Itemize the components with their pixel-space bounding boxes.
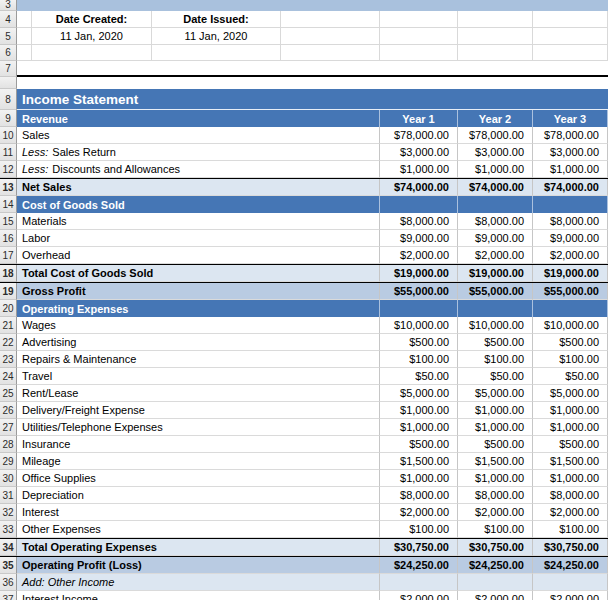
- cell-d4[interactable]: [281, 11, 380, 28]
- section-header-cell[interactable]: Revenue: [17, 110, 380, 127]
- year-column-header[interactable]: Year 2: [458, 110, 533, 127]
- cell-g5[interactable]: [533, 28, 608, 45]
- value-cell[interactable]: $1,500.00: [458, 453, 533, 470]
- value-cell[interactable]: $9,000.00: [533, 230, 608, 247]
- value-cell[interactable]: $2,000.00: [380, 504, 458, 521]
- value-cell[interactable]: $50.00: [380, 368, 458, 385]
- label-cell[interactable]: Delivery/Freight Expense: [17, 402, 380, 419]
- value-cell[interactable]: $1,000.00: [458, 402, 533, 419]
- cell-a6[interactable]: [17, 45, 32, 61]
- row-header-24[interactable]: 24: [0, 368, 17, 385]
- value-cell[interactable]: $19,000.00: [458, 265, 533, 282]
- label-cell[interactable]: Less:Discounts and Allowances: [17, 161, 380, 178]
- value-cell[interactable]: $2,000.00: [380, 591, 458, 600]
- value-cell[interactable]: $19,000.00: [380, 265, 458, 282]
- value-cell[interactable]: $30,750.00: [533, 539, 608, 556]
- value-cell[interactable]: [533, 300, 608, 317]
- value-cell[interactable]: [380, 574, 458, 591]
- cell-g4[interactable]: [533, 11, 608, 28]
- row-header-7[interactable]: 7: [0, 61, 17, 77]
- value-cell[interactable]: $1,000.00: [458, 161, 533, 178]
- cell-b6[interactable]: [32, 45, 152, 61]
- value-cell[interactable]: $1,000.00: [533, 419, 608, 436]
- label-cell[interactable]: Repairs & Maintenance: [17, 351, 380, 368]
- value-cell[interactable]: $24,250.00: [533, 557, 608, 574]
- label-cell[interactable]: Interest: [17, 504, 380, 521]
- cell-f5[interactable]: [458, 28, 533, 45]
- label-cell[interactable]: Interest Income: [17, 591, 380, 600]
- label-cell[interactable]: Sales: [17, 127, 380, 144]
- row-header-11[interactable]: 11: [0, 144, 17, 161]
- row-header-16[interactable]: 16: [0, 230, 17, 247]
- row-header-6[interactable]: 6: [0, 45, 17, 61]
- value-cell[interactable]: $2,000.00: [380, 247, 458, 264]
- value-cell[interactable]: $100.00: [533, 351, 608, 368]
- label-cell[interactable]: Depreciation: [17, 487, 380, 504]
- label-cell[interactable]: Wages: [17, 317, 380, 334]
- cell-f4[interactable]: [458, 11, 533, 28]
- value-cell[interactable]: $78,000.00: [533, 127, 608, 144]
- value-cell[interactable]: $500.00: [380, 334, 458, 351]
- value-cell[interactable]: $74,000.00: [533, 179, 608, 196]
- value-cell[interactable]: $2,000.00: [458, 504, 533, 521]
- value-cell[interactable]: $8,000.00: [458, 213, 533, 230]
- value-cell[interactable]: $19,000.00: [533, 265, 608, 282]
- row-header-18[interactable]: 18: [0, 265, 17, 282]
- row-header-35[interactable]: 35: [0, 557, 17, 574]
- label-cell[interactable]: Other Expenses: [17, 521, 380, 538]
- label-cell[interactable]: Total Cost of Goods Sold: [17, 265, 380, 282]
- cell-a4[interactable]: [17, 11, 32, 28]
- label-cell[interactable]: Less:Sales Return: [17, 144, 380, 161]
- value-cell[interactable]: $100.00: [458, 351, 533, 368]
- value-cell[interactable]: [533, 196, 608, 213]
- spacer-cell[interactable]: [17, 77, 608, 89]
- row-header-26[interactable]: 26: [0, 402, 17, 419]
- label-cell[interactable]: Total Operating Expenses: [17, 539, 380, 556]
- row-header-23[interactable]: 23: [0, 351, 17, 368]
- value-cell[interactable]: $8,000.00: [533, 213, 608, 230]
- section-header-cell[interactable]: Operating Expenses: [17, 300, 380, 317]
- value-cell[interactable]: $10,000.00: [380, 317, 458, 334]
- cell-g6[interactable]: [533, 45, 608, 61]
- value-cell[interactable]: $1,500.00: [533, 453, 608, 470]
- value-cell[interactable]: $1,000.00: [380, 470, 458, 487]
- value-cell[interactable]: $100.00: [458, 521, 533, 538]
- cell-f6[interactable]: [458, 45, 533, 61]
- cell-e4[interactable]: [380, 11, 458, 28]
- value-cell[interactable]: [533, 574, 608, 591]
- value-cell[interactable]: $5,000.00: [380, 385, 458, 402]
- year-column-header[interactable]: Year 3: [533, 110, 608, 127]
- row-header-9[interactable]: 9: [0, 110, 17, 127]
- row-header-21[interactable]: 21: [0, 317, 17, 334]
- label-cell[interactable]: Travel: [17, 368, 380, 385]
- value-cell[interactable]: $50.00: [533, 368, 608, 385]
- label-cell[interactable]: Gross Profit: [17, 283, 380, 300]
- cell-d6[interactable]: [281, 45, 380, 61]
- section-header-cell[interactable]: Cost of Goods Sold: [17, 196, 380, 213]
- row-header-20[interactable]: 20: [0, 300, 17, 317]
- row-header-37[interactable]: 37: [0, 591, 17, 600]
- row-header-8[interactable]: 8: [0, 89, 17, 110]
- year-column-header[interactable]: Year 1: [380, 110, 458, 127]
- row-header-32[interactable]: 32: [0, 504, 17, 521]
- value-cell[interactable]: $78,000.00: [458, 127, 533, 144]
- value-cell[interactable]: $50.00: [458, 368, 533, 385]
- row-header-29[interactable]: 29: [0, 453, 17, 470]
- row-header-15[interactable]: 15: [0, 213, 17, 230]
- value-cell[interactable]: $2,000.00: [533, 591, 608, 600]
- cell-d5[interactable]: [281, 28, 380, 45]
- value-cell[interactable]: $500.00: [533, 334, 608, 351]
- label-cell[interactable]: Insurance: [17, 436, 380, 453]
- value-cell[interactable]: $8,000.00: [380, 213, 458, 230]
- value-cell[interactable]: $3,000.00: [458, 144, 533, 161]
- statement-title[interactable]: Income Statement: [17, 89, 608, 110]
- label-cell[interactable]: Utilities/Telephone Expenses: [17, 419, 380, 436]
- row-header-33[interactable]: 33: [0, 521, 17, 538]
- label-cell[interactable]: Labor: [17, 230, 380, 247]
- value-cell[interactable]: $74,000.00: [380, 179, 458, 196]
- value-cell[interactable]: $1,000.00: [533, 470, 608, 487]
- row-header-4[interactable]: 4: [0, 11, 17, 28]
- value-cell[interactable]: $3,000.00: [380, 144, 458, 161]
- value-cell[interactable]: $1,000.00: [458, 470, 533, 487]
- row-header-10[interactable]: 10: [0, 127, 17, 144]
